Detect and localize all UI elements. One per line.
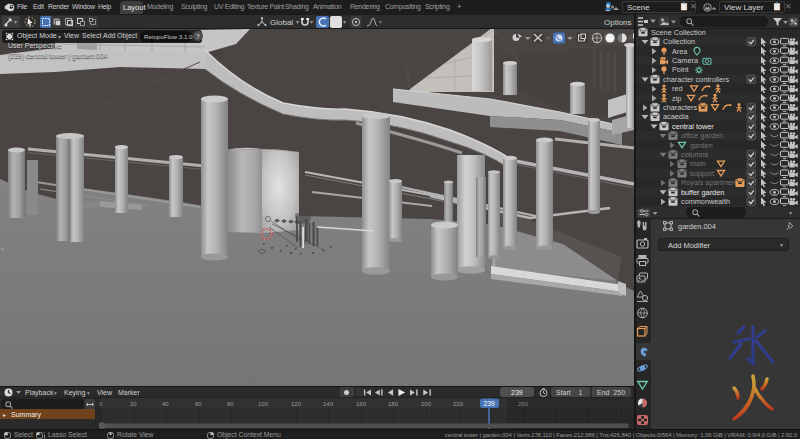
svg-text:zip: zip <box>672 94 681 103</box>
svg-text:239: 239 <box>484 400 496 407</box>
svg-text:80: 80 <box>227 401 234 407</box>
svg-text:columns: columns <box>681 150 709 159</box>
svg-text:20: 20 <box>130 401 137 407</box>
svg-text:120: 120 <box>291 401 302 407</box>
svg-text:180: 180 <box>388 401 399 407</box>
svg-text:main: main <box>690 159 706 168</box>
svg-text:garden: garden <box>690 141 713 150</box>
svg-text:100: 100 <box>258 401 269 407</box>
svg-text:Area: Area <box>672 47 688 56</box>
svg-text:60: 60 <box>195 401 202 407</box>
svg-text:commonwealth: commonwealth <box>681 197 730 206</box>
svg-text:support: support <box>690 169 714 178</box>
svg-text:acaedia: acaedia <box>663 112 690 121</box>
svg-text:Point: Point <box>672 65 689 74</box>
svg-text:Collection: Collection <box>663 37 695 46</box>
svg-text:140: 140 <box>323 401 334 407</box>
svg-text:40: 40 <box>162 401 169 407</box>
svg-text:buffer garden: buffer garden <box>681 188 724 197</box>
svg-text:characters: characters <box>663 103 697 112</box>
svg-text:200: 200 <box>421 401 432 407</box>
svg-text:Royals apartment: Royals apartment <box>681 178 738 187</box>
svg-text:character controllers: character controllers <box>663 75 729 84</box>
svg-text:220: 220 <box>453 401 464 407</box>
svg-text:Camera: Camera <box>672 56 699 65</box>
svg-text:Scene Collection: Scene Collection <box>651 28 706 37</box>
svg-text:office garden: office garden <box>681 131 723 140</box>
svg-text:central tower: central tower <box>672 122 714 131</box>
svg-text:160: 160 <box>356 401 367 407</box>
svg-text:red: red <box>672 84 683 93</box>
